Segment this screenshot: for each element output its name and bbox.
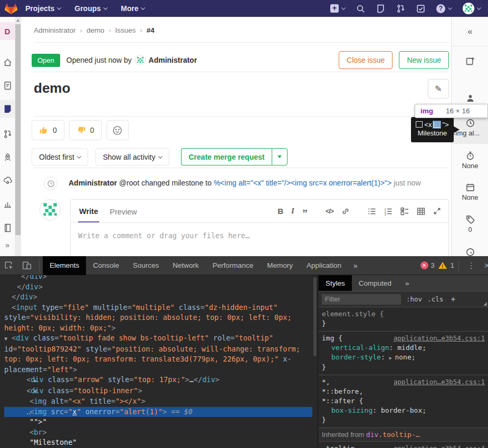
bullet-list-icon[interactable]	[368, 207, 376, 216]
devtools-tab-sources[interactable]: Sources	[126, 256, 166, 275]
device-toolbar-button[interactable]	[18, 256, 36, 275]
devtools-tab-console[interactable]: Console	[86, 256, 126, 275]
sidebar-item-ci-cd[interactable]	[0, 153, 15, 162]
assignee-item[interactable]	[452, 94, 488, 103]
devtools-tab-memory[interactable]: Memory	[260, 256, 300, 275]
project-avatar[interactable]: D	[0, 22, 15, 40]
pseudo-state-toggle[interactable]: :hov	[406, 295, 422, 303]
breadcrumb-link[interactable]: demo	[87, 26, 104, 34]
devtools-tab-network[interactable]: Network	[166, 256, 206, 275]
dom-node-line[interactable]: ‥<img src="x" onerror="alert(1)"> == $0	[4, 407, 312, 417]
dom-node-line[interactable]: <img alt="<x" title="></x">	[4, 396, 312, 407]
task-list-icon[interactable]	[400, 207, 409, 216]
link-icon[interactable]	[341, 207, 350, 216]
styles-filter-input[interactable]	[322, 294, 401, 305]
code-icon[interactable]: </>	[326, 208, 333, 215]
styles-tab-styles[interactable]: Styles	[319, 275, 352, 291]
italic-icon[interactable]: I	[291, 207, 294, 216]
devtools-tabs-overflow[interactable]: »	[348, 261, 363, 270]
fullscreen-icon[interactable]	[433, 207, 441, 215]
add-reaction-button[interactable]	[107, 120, 129, 140]
element-classes-toggle[interactable]: .cls	[427, 295, 443, 303]
dom-node-line[interactable]: </div>	[4, 275, 312, 282]
elements-scrollbar-thumb[interactable]	[313, 277, 317, 356]
sidebar-item-analytics[interactable]	[0, 200, 15, 209]
sidebar-item-operations[interactable]	[0, 176, 15, 185]
quote-icon[interactable]: ”	[302, 211, 308, 216]
devtools-tab-elements[interactable]: Elements	[43, 256, 86, 275]
dom-tree[interactable]: </div></div></div><input type="file" mul…	[0, 275, 318, 448]
breadcrumb-link[interactable]: Issues	[115, 26, 136, 34]
dom-node-line[interactable]: </div>	[4, 282, 312, 293]
navbar-menu-groups[interactable]: Groups	[74, 4, 107, 13]
activity-filter-dropdown[interactable]: Show all activity	[95, 148, 169, 165]
inherited-tag[interactable]: div	[366, 431, 378, 439]
add-todo-button[interactable]	[452, 57, 488, 66]
numbered-list-icon[interactable]: 123	[384, 207, 393, 216]
breadcrumb-link[interactable]: Administrator	[34, 26, 76, 34]
merge-requests-icon[interactable]	[396, 4, 405, 13]
sidebar-item-overview[interactable]	[0, 58, 15, 67]
sidebar-item-merge-requests[interactable]	[0, 130, 15, 139]
edit-title-button[interactable]: ✎	[428, 79, 449, 99]
styles-rules[interactable]: element.style {}application…e3b54.css:1i…	[319, 307, 488, 428]
author-avatar[interactable]	[135, 55, 146, 65]
devtools-close-button[interactable]: ✕	[481, 261, 488, 270]
author-link[interactable]: Administrator	[149, 56, 197, 64]
issues-icon[interactable]	[376, 4, 385, 13]
close-issue-button[interactable]: Close issue	[339, 51, 393, 69]
search-icon[interactable]	[356, 4, 365, 13]
sidebar-item-wiki[interactable]	[0, 223, 15, 232]
dom-node-line[interactable]: ▶<div class="arrow" style="top: 17px;">……	[4, 375, 312, 386]
navbar-menu-projects[interactable]: Projects	[25, 4, 61, 13]
bold-icon[interactable]: B	[278, 207, 283, 216]
dom-node-line[interactable]: <br>	[4, 427, 312, 438]
scrollbar-thumb[interactable]	[15, 24, 21, 235]
console-badges[interactable]: ✕ 3 ! 1	[420, 261, 454, 269]
sidebar-item-issues[interactable]	[0, 100, 15, 118]
time-tracking-item[interactable]: None	[452, 151, 488, 170]
dom-node-line[interactable]: ▼<div class="tooltip fade show bs-toolti…	[4, 333, 312, 375]
user-menu-button[interactable]	[463, 3, 481, 14]
comment-input[interactable]: Write a comment or drag your files here…	[71, 223, 448, 248]
inherited-class[interactable]: .tooltip-…	[378, 431, 419, 439]
award-button-thumbsup[interactable]: 0	[32, 120, 64, 140]
new-menu-button[interactable]: +	[330, 4, 345, 13]
labels-item[interactable]: 0	[452, 215, 488, 233]
gitlab-logo-icon[interactable]	[4, 2, 18, 15]
create-merge-request-button[interactable]: Create merge request	[181, 148, 272, 165]
stylesheet-link[interactable]: application…e3b54.css:1	[394, 377, 485, 387]
tab-preview[interactable]: Preview	[109, 201, 138, 222]
dom-node-line[interactable]: ▼<div class="tooltip-inner">	[4, 386, 312, 397]
stylesheet-link[interactable]: application…e3b54.css:1	[394, 334, 485, 343]
tab-write[interactable]: Write	[78, 200, 99, 222]
help-menu-button[interactable]: ?	[436, 4, 452, 13]
devtools-tab-performance[interactable]: Performance	[206, 256, 260, 275]
dom-node-line[interactable]: "Milestone"	[4, 437, 312, 448]
new-style-rule-button[interactable]: +	[451, 295, 455, 304]
sidebar-collapse-button[interactable]: «	[452, 26, 488, 37]
note-author[interactable]: Administrator	[69, 179, 117, 187]
milestone-link[interactable]: %<img alt="<x" title="/><img src=x onerr…	[214, 179, 391, 187]
styles-tab-computed[interactable]: Computed	[352, 275, 398, 291]
inspect-element-button[interactable]	[0, 256, 18, 275]
sidebar-expand-button[interactable]: »	[0, 240, 15, 249]
table-icon[interactable]	[417, 207, 425, 216]
dom-node-line[interactable]: "">"	[4, 417, 312, 427]
devtools-menu-button[interactable]: ⋮	[462, 261, 481, 270]
due-date-item[interactable]: None	[452, 183, 488, 201]
sidebar-scrollbar[interactable]	[15, 17, 21, 256]
sort-dropdown[interactable]: Oldest first	[32, 148, 88, 165]
todos-icon[interactable]	[416, 4, 425, 13]
devtools-tab-application[interactable]: Application	[300, 256, 348, 275]
stylesheet-link[interactable]: application…e3b54.css:4	[394, 444, 485, 448]
navbar-menu-more[interactable]: More	[121, 4, 145, 13]
confidentiality-item[interactable]	[452, 248, 488, 257]
dom-node-line[interactable]: </div>	[4, 292, 312, 303]
award-button-thumbsdown[interactable]: 0	[69, 120, 102, 140]
new-issue-button[interactable]: New issue	[399, 51, 449, 69]
sidebar-item-repository[interactable]	[0, 81, 15, 90]
styles-tabs-overflow[interactable]: »	[398, 275, 416, 291]
create-mr-dropdown-toggle[interactable]	[272, 148, 288, 165]
dom-node-line[interactable]: <input type="file" multiple="multiple" c…	[4, 303, 312, 334]
